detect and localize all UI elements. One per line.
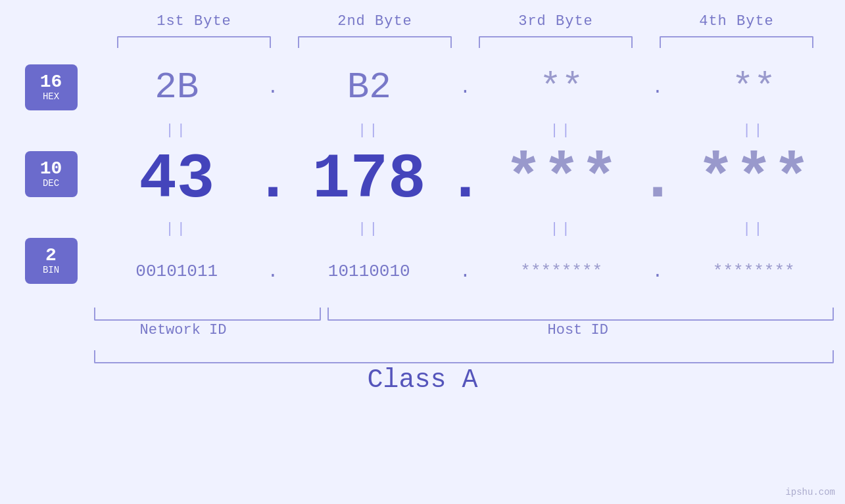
hex-name: HEX bbox=[43, 91, 59, 102]
top-brackets-row bbox=[104, 36, 827, 48]
dec-dot-1: . bbox=[260, 144, 286, 216]
network-id-label: Network ID bbox=[140, 322, 227, 338]
host-bracket bbox=[327, 308, 834, 321]
eq2-cell-3: || bbox=[479, 221, 645, 237]
dec-value-4: *** bbox=[697, 144, 811, 216]
eq1-sign-2: || bbox=[358, 122, 380, 139]
eq1-sign-4: || bbox=[742, 122, 765, 139]
bracket-seg-2 bbox=[285, 36, 466, 48]
watermark: ipshu.com bbox=[785, 487, 835, 497]
eq1-cell-4: || bbox=[671, 122, 837, 139]
hex-value-3: ** bbox=[539, 66, 583, 108]
equals-row-1: || || || || bbox=[94, 117, 837, 143]
dec-dot-2: . bbox=[452, 144, 479, 216]
eq2-cell-1: || bbox=[94, 221, 260, 237]
equals-row-2: || || || || bbox=[94, 216, 837, 242]
bin-value-3: ******** bbox=[520, 262, 602, 281]
network-bracket bbox=[94, 308, 321, 321]
hex-dot-3: . bbox=[644, 78, 671, 98]
bin-badge: 2 BIN bbox=[25, 238, 78, 284]
eq1-cell-1: || bbox=[94, 122, 260, 139]
bin-row: 00101011 . 10110010 . ******** . *******… bbox=[94, 242, 837, 301]
bin-num: 2 bbox=[45, 246, 57, 265]
eq2-sign-3: || bbox=[550, 221, 573, 237]
dec-cell-4: *** bbox=[671, 144, 837, 216]
bin-value-2: 10110010 bbox=[328, 262, 410, 281]
byte-labels-row: 1st Byte 2nd Byte 3rd Byte 4th Byte bbox=[104, 13, 827, 30]
hex-cell-3: ** bbox=[479, 66, 645, 108]
bytes-grid: 2B . B2 . ** . ** || bbox=[94, 58, 837, 301]
hex-value-2: B2 bbox=[347, 66, 391, 108]
dec-num: 10 bbox=[40, 160, 62, 178]
hex-cell-4: ** bbox=[671, 66, 837, 108]
eq1-sign-3: || bbox=[550, 122, 573, 139]
dec-value-3: *** bbox=[504, 144, 618, 216]
eq2-sign-4: || bbox=[742, 221, 765, 237]
byte-label-2: 2nd Byte bbox=[285, 13, 466, 30]
bin-value-1: 00101011 bbox=[135, 262, 218, 281]
dec-row: 43 . 178 . *** . *** bbox=[94, 143, 837, 216]
bin-cell-1: 00101011 bbox=[94, 262, 260, 281]
host-id-label: Host ID bbox=[548, 322, 608, 338]
hex-value-4: ** bbox=[732, 66, 776, 108]
hex-value-1: 2B bbox=[155, 66, 199, 108]
dec-value-2: 178 bbox=[312, 144, 426, 216]
bin-dot-1: . bbox=[260, 262, 286, 282]
bin-value-4: ******** bbox=[713, 262, 795, 281]
dec-value-1: 43 bbox=[139, 144, 214, 216]
byte-label-3: 3rd Byte bbox=[466, 13, 646, 30]
eq1-sign-1: || bbox=[166, 122, 188, 139]
bin-cell-4: ******** bbox=[671, 262, 837, 281]
hex-cell-2: B2 bbox=[286, 66, 452, 108]
hex-num: 16 bbox=[40, 73, 62, 91]
hex-dot-1: . bbox=[260, 78, 286, 98]
dec-cell-2: 178 bbox=[286, 144, 452, 216]
bracket-top-3 bbox=[479, 36, 633, 48]
content-area: 16 HEX 10 DEC 2 BIN 2B . B2 bbox=[9, 58, 837, 301]
bracket-seg-4 bbox=[646, 36, 827, 48]
bin-cell-2: 10110010 bbox=[286, 262, 452, 281]
bin-dot-2: . bbox=[452, 262, 479, 282]
main-container: 1st Byte 2nd Byte 3rd Byte 4th Byte 16 H… bbox=[0, 0, 845, 504]
hex-dot-2: . bbox=[452, 78, 479, 98]
eq2-sign-1: || bbox=[166, 221, 188, 237]
bracket-seg-1 bbox=[104, 36, 285, 48]
eq2-cell-4: || bbox=[671, 221, 837, 237]
bin-dot-3: . bbox=[644, 262, 671, 282]
hex-badge: 16 HEX bbox=[25, 64, 78, 110]
class-label: Class A bbox=[9, 365, 837, 395]
base-labels-col: 16 HEX 10 DEC 2 BIN bbox=[9, 58, 94, 284]
bracket-top-2 bbox=[298, 36, 452, 48]
dec-cell-3: *** bbox=[479, 144, 645, 216]
eq1-cell-3: || bbox=[479, 122, 645, 139]
overall-bracket bbox=[94, 350, 834, 363]
bin-name: BIN bbox=[43, 265, 59, 275]
dec-name: DEC bbox=[43, 178, 59, 189]
byte-label-1: 1st Byte bbox=[104, 13, 285, 30]
hex-row: 2B . B2 . ** . ** bbox=[94, 58, 837, 117]
hex-cell-1: 2B bbox=[94, 66, 260, 108]
dec-dot-3: . bbox=[644, 144, 671, 216]
dec-badge: 10 DEC bbox=[25, 151, 78, 197]
bracket-top-1 bbox=[117, 36, 271, 48]
eq1-cell-2: || bbox=[286, 122, 452, 139]
eq2-cell-2: || bbox=[286, 221, 452, 237]
bin-cell-3: ******** bbox=[479, 262, 645, 281]
eq2-sign-2: || bbox=[358, 221, 380, 237]
bracket-top-4 bbox=[660, 36, 813, 48]
bracket-seg-3 bbox=[466, 36, 646, 48]
byte-label-4: 4th Byte bbox=[646, 13, 827, 30]
dec-cell-1: 43 bbox=[94, 144, 260, 216]
